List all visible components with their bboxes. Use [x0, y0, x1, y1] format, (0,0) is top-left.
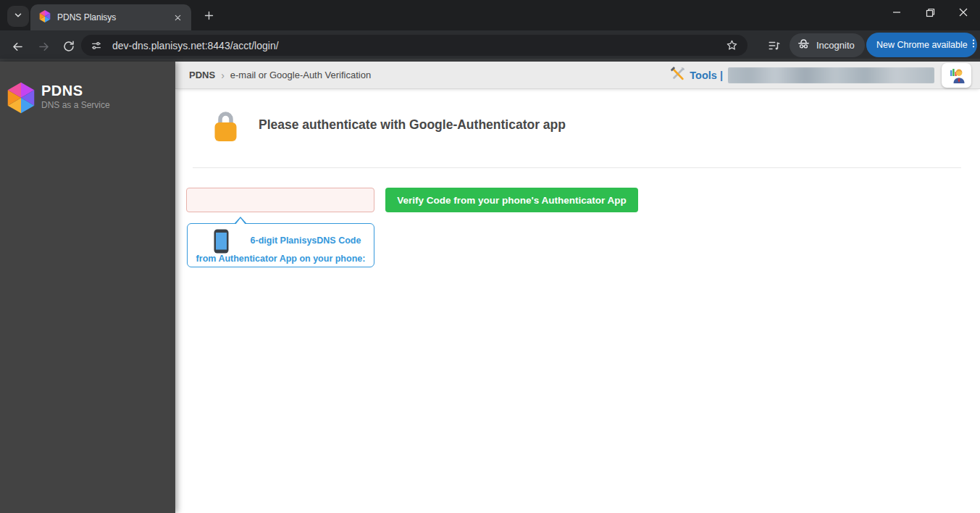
tab-search-button[interactable] [7, 6, 29, 27]
chevron-down-icon [13, 10, 23, 23]
site-settings-icon[interactable] [87, 36, 106, 55]
plus-icon [204, 10, 214, 24]
forward-button[interactable] [32, 35, 55, 58]
auth-code-input[interactable] [186, 188, 374, 212]
code-tooltip: 6-digit PlanisysDNS Code from Authentica… [187, 223, 374, 267]
window-close-button[interactable] [947, 0, 980, 25]
breadcrumb: PDNS › e-mail or Google-Auth Verificatio… [189, 70, 371, 81]
redacted-user-info [728, 67, 934, 83]
browser-tab-pdns[interactable]: PDNS Planisys [30, 4, 191, 30]
auth-heading: Please authenticate with Google-Authenti… [259, 117, 566, 133]
reload-button[interactable] [57, 35, 80, 58]
content-area: PDNS › e-mail or Google-Auth Verificatio… [175, 62, 980, 513]
breadcrumb-chevron-icon: › [221, 70, 225, 81]
breadcrumb-root-link[interactable]: PDNS [189, 70, 215, 80]
brand-tagline: DNS as a Service [41, 100, 110, 110]
tooltip-line2: from Authenticator App on your phone: [188, 254, 374, 264]
tools-label: Tools | [690, 70, 723, 81]
tools-link[interactable]: Tools | [670, 66, 723, 84]
chrome-update-label: New Chrome available [876, 40, 968, 50]
tooltip-line1: 6-digit PlanisysDNS Code [240, 235, 371, 246]
verify-code-button[interactable]: Verify Code from your phone's Authentica… [385, 188, 638, 212]
tab-title: PDNS Planisys [57, 12, 171, 22]
url-text: dev-dns.planisys.net:8443/acct/login/ [112, 40, 723, 51]
page-viewport: PDNS DNS as a Service PDNS › e-mail or G… [0, 62, 980, 513]
tab-strip: PDNS Planisys [0, 0, 980, 30]
page-header: PDNS › e-mail or Google-Auth Verificatio… [175, 62, 980, 89]
window-controls [880, 0, 980, 25]
breadcrumb-current: e-mail or Google-Auth Verification [230, 70, 371, 80]
tab-close-icon[interactable] [171, 11, 184, 24]
sidebar: PDNS DNS as a Service [0, 62, 175, 513]
address-bar[interactable]: dev-dns.planisys.net:8443/acct/login/ [81, 35, 747, 56]
restore-icon [926, 8, 935, 17]
close-icon [959, 8, 968, 17]
new-tab-button[interactable] [198, 7, 219, 27]
lock-icon [211, 108, 240, 148]
user-avatar-button[interactable] [942, 63, 971, 88]
chrome-update-button[interactable]: New Chrome available [866, 33, 977, 57]
incognito-badge: Incognito [790, 33, 865, 57]
divider [193, 167, 961, 168]
office-worker-avatar-icon [947, 66, 966, 85]
header-right-group: Tools | [670, 63, 971, 88]
auth-panel: Please authenticate with Google-Authenti… [175, 89, 980, 513]
media-controls-icon[interactable] [763, 35, 785, 57]
back-arrow-icon [11, 40, 25, 54]
phone-icon [214, 229, 229, 256]
forward-arrow-icon [37, 40, 51, 54]
reload-icon [62, 40, 75, 53]
incognito-icon [797, 37, 811, 54]
window-minimize-button[interactable] [880, 0, 913, 25]
pdns-logo-hexagon-icon [7, 82, 35, 117]
tools-hammer-wrench-icon [670, 66, 686, 84]
window-restore-button[interactable] [913, 0, 947, 25]
brand-title: PDNS [41, 83, 83, 99]
bookmark-star-icon[interactable] [723, 37, 740, 54]
back-button[interactable] [6, 35, 29, 58]
minimize-icon [892, 8, 901, 17]
tab-favicon-hexagon-icon [39, 10, 51, 25]
menu-kebab-icon[interactable] [968, 37, 979, 53]
incognito-label: Incognito [816, 40, 855, 51]
redacted-blur [728, 67, 934, 83]
browser-window: PDNS Planisys [0, 0, 980, 513]
